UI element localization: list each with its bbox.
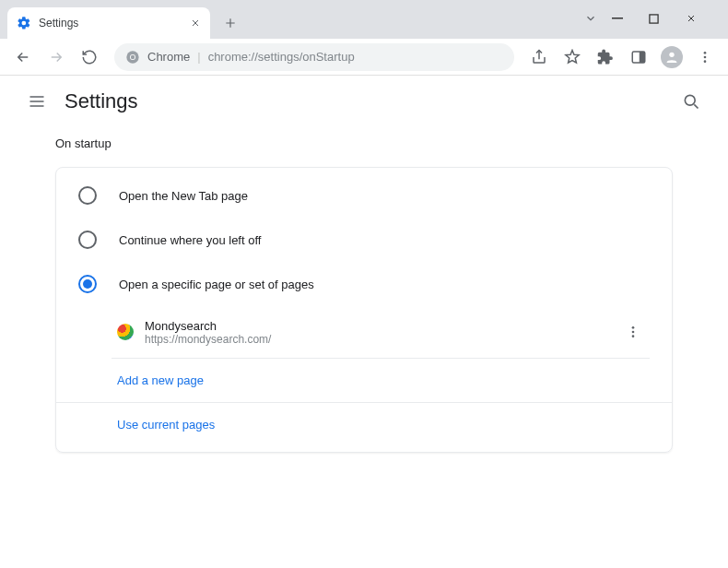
back-button[interactable] bbox=[9, 43, 37, 71]
radio-label: Open a specific page or set of pages bbox=[119, 278, 314, 291]
address-bar[interactable]: Chrome | chrome://settings/onStartup bbox=[114, 43, 514, 71]
forward-button[interactable] bbox=[42, 43, 70, 71]
extensions-icon[interactable] bbox=[592, 43, 619, 71]
omnibox-origin: Chrome bbox=[147, 50, 190, 64]
radio-icon bbox=[78, 186, 97, 205]
sidepanel-icon[interactable] bbox=[625, 43, 652, 71]
radio-label: Open the New Tab page bbox=[119, 189, 248, 203]
radio-option-new-tab[interactable]: Open the New Tab page bbox=[56, 173, 672, 218]
window-titlebar: Settings bbox=[0, 0, 728, 39]
maximize-button[interactable] bbox=[649, 14, 676, 24]
profile-avatar[interactable] bbox=[658, 43, 686, 71]
chrome-logo-icon bbox=[125, 50, 140, 65]
settings-content: On startup Open the New Tab page Continu… bbox=[0, 127, 728, 480]
radio-icon bbox=[78, 275, 97, 293]
page-info: Mondysearch https://mondysearch.com/ bbox=[145, 319, 605, 346]
startup-pages-block: Mondysearch https://mondysearch.com/ Add… bbox=[112, 306, 650, 402]
page-title: Settings bbox=[65, 89, 138, 113]
radio-option-continue[interactable]: Continue where you left off bbox=[56, 218, 672, 262]
svg-point-11 bbox=[685, 95, 695, 105]
svg-rect-1 bbox=[650, 14, 658, 22]
svg-point-13 bbox=[632, 331, 635, 334]
use-current-pages-link[interactable]: Use current pages bbox=[112, 403, 650, 446]
minimize-button[interactable] bbox=[612, 13, 640, 24]
use-current-block: Use current pages bbox=[112, 403, 650, 446]
close-tab-icon[interactable] bbox=[190, 18, 201, 29]
window-controls bbox=[569, 0, 728, 37]
radio-icon bbox=[78, 231, 97, 249]
hamburger-menu-icon[interactable] bbox=[18, 83, 55, 120]
new-tab-button[interactable] bbox=[217, 10, 243, 36]
settings-header: Settings bbox=[0, 76, 728, 127]
close-window-button[interactable] bbox=[686, 13, 713, 24]
svg-point-8 bbox=[704, 52, 707, 54]
site-favicon-icon bbox=[117, 324, 134, 340]
tab-title: Settings bbox=[39, 17, 182, 30]
page-actions-kebab-icon[interactable] bbox=[616, 315, 650, 349]
startup-card: Open the New Tab page Continue where you… bbox=[55, 167, 673, 453]
svg-point-10 bbox=[704, 60, 707, 63]
chevron-down-icon[interactable] bbox=[584, 12, 603, 25]
section-title: On startup bbox=[55, 136, 673, 150]
share-icon[interactable] bbox=[525, 43, 553, 71]
startup-page-name: Mondysearch bbox=[145, 319, 605, 333]
bookmark-icon[interactable] bbox=[558, 43, 586, 71]
startup-page-row: Mondysearch https://mondysearch.com/ bbox=[112, 306, 650, 358]
svg-point-9 bbox=[704, 55, 707, 58]
browser-toolbar: Chrome | chrome://settings/onStartup bbox=[0, 39, 728, 76]
radio-option-specific[interactable]: Open a specific page or set of pages bbox=[56, 262, 672, 306]
svg-rect-0 bbox=[612, 18, 623, 19]
search-icon[interactable] bbox=[673, 83, 710, 120]
startup-page-url: https://mondysearch.com/ bbox=[145, 333, 605, 346]
reload-button[interactable] bbox=[76, 43, 103, 71]
radio-label: Continue where you left off bbox=[119, 233, 261, 247]
add-page-link[interactable]: Add a new page bbox=[112, 359, 650, 402]
svg-rect-6 bbox=[640, 52, 645, 63]
svg-point-7 bbox=[669, 52, 674, 56]
svg-point-14 bbox=[632, 335, 635, 337]
browser-tab[interactable]: Settings bbox=[7, 7, 210, 39]
omnibox-url: chrome://settings/onStartup bbox=[208, 50, 355, 64]
svg-point-4 bbox=[131, 54, 135, 58]
svg-point-12 bbox=[632, 326, 635, 329]
omnibox-divider: | bbox=[197, 50, 200, 64]
gear-icon bbox=[17, 16, 31, 30]
menu-kebab-icon[interactable] bbox=[691, 43, 719, 71]
